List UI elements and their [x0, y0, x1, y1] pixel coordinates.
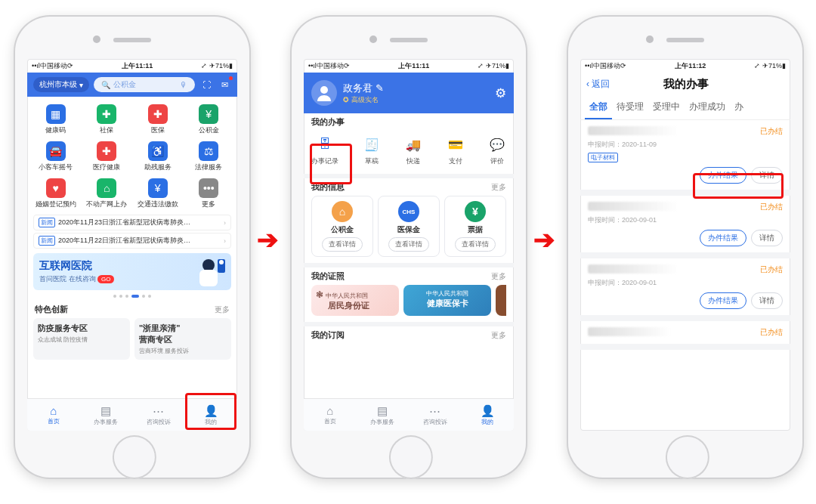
service-label: 医疗健康: [93, 162, 120, 172]
tab-2[interactable]: ⋯咨询投诉: [409, 399, 462, 431]
service-item[interactable]: ¥交通违法缴款: [132, 175, 184, 212]
special-cards: 防疫服务专区众志成城 防控疫情"浙里亲清" 营商专区营商环境 服务投诉: [27, 318, 237, 360]
tab-0[interactable]: ⌂首页: [27, 399, 80, 431]
detail-button[interactable]: 详情: [751, 292, 783, 309]
avatar[interactable]: [311, 80, 337, 106]
service-label: 更多: [202, 199, 215, 209]
id-card-more[interactable]: [496, 285, 506, 316]
screen-2: ••ıl 中国移动 ⟳ 上午11:11 ⤢ ✈︎ 71% ▮ 政务君 ✎ ✪ 高…: [304, 59, 514, 431]
tab-3[interactable]: 👤我的: [462, 399, 515, 431]
view-detail-button[interactable]: 查看详情: [455, 237, 496, 252]
info-title: 医保金: [397, 224, 420, 235]
detail-button[interactable]: 详情: [751, 167, 783, 184]
affair-icon: 💳: [447, 135, 465, 153]
info-card[interactable]: CHS医保金查看详情: [378, 196, 440, 257]
result-button[interactable]: 办件结果: [700, 292, 746, 309]
tab-1[interactable]: ▤办事服务: [80, 399, 133, 431]
service-item[interactable]: 🚘小客车摇号: [30, 138, 82, 175]
tab-2[interactable]: ⋯咨询投诉: [132, 399, 185, 431]
info-cards: ⌂公积金查看详情CHS医保金查看详情¥票据查看详情: [304, 196, 514, 263]
service-item[interactable]: ¥公积金: [184, 101, 235, 138]
result-button[interactable]: 办件结果: [700, 230, 746, 246]
scan-icon[interactable]: ⛶: [199, 78, 213, 91]
statusbar: ••ıl 中国移动 ⟳ 上午11:12 ⤢ ✈︎ 71% ▮: [580, 59, 790, 73]
info-icon: ¥: [465, 201, 486, 222]
tab-label: 首页: [48, 417, 60, 425]
filter-tab[interactable]: 受理中: [648, 96, 685, 119]
info-icon: CHS: [398, 201, 419, 222]
section-title: 我的订阅: [311, 329, 345, 341]
affair-item[interactable]: 🗄办事记录: [311, 135, 338, 166]
topbar: 杭州市本级▾ 🔍 公积金🎙 ⛶ ✉: [27, 73, 237, 97]
service-label: 健康码: [45, 125, 66, 135]
info-card[interactable]: ⌂公积金查看详情: [311, 196, 373, 257]
service-item[interactable]: ✚医疗健康: [82, 138, 133, 175]
service-item[interactable]: •••更多: [184, 175, 235, 212]
mail-icon[interactable]: ✉: [218, 78, 231, 91]
service-item[interactable]: ⚖法律服务: [184, 138, 235, 175]
section-title: 特色创新: [35, 304, 68, 315]
affair-item[interactable]: 💳支付: [447, 135, 465, 166]
promo-card[interactable]: "浙里亲清" 营商专区营商环境 服务投诉: [134, 318, 231, 360]
search-placeholder: 公积金: [113, 79, 136, 90]
service-item[interactable]: ✚医保: [132, 101, 184, 138]
news-text: 2020年11月22日浙江省新型冠状病毒肺炎…: [58, 236, 190, 246]
filter-tab[interactable]: 办理成功: [685, 96, 730, 119]
tab-3[interactable]: 👤我的: [185, 399, 238, 431]
banner-sub: 首问医院 在线咨询: [39, 275, 96, 283]
my-id-header: 我的证照更多: [304, 267, 514, 285]
carousel-dots: [27, 295, 237, 298]
affair-item[interactable]: 🚚快递: [404, 135, 422, 166]
tab-0[interactable]: ⌂首页: [304, 399, 357, 431]
location-picker[interactable]: 杭州市本级▾: [33, 77, 89, 92]
service-item[interactable]: ♥婚姻登记预约: [30, 175, 82, 212]
filter-tab[interactable]: 办: [730, 96, 748, 119]
my-sub-header: 我的订阅更多: [304, 326, 514, 344]
result-button[interactable]: 办件结果: [700, 167, 746, 184]
affair-item[interactable]: 🧾草稿: [363, 135, 381, 166]
more-link[interactable]: 更多: [491, 271, 506, 282]
news-list: 新闻2020年11月23日浙江省新型冠状病毒肺炎…›新闻2020年11月22日浙…: [27, 215, 237, 249]
filter-tab[interactable]: 全部: [585, 96, 612, 119]
svg-point-0: [202, 259, 215, 271]
gear-icon[interactable]: ⚙: [495, 85, 506, 101]
go-badge: GO: [97, 275, 114, 283]
more-link[interactable]: 更多: [215, 305, 230, 315]
tab-icon: 👤: [481, 404, 495, 418]
id-card-health[interactable]: 中华人民共和国健康医保卡: [403, 285, 491, 316]
clock-label: 上午11:11: [350, 61, 478, 71]
username-label: 政务君: [343, 82, 372, 94]
arrow-icon: ➔: [533, 224, 555, 255]
promo-card[interactable]: 防疫服务专区众志成城 防控疫情: [33, 318, 130, 360]
service-item[interactable]: ♿助残服务: [132, 138, 184, 175]
filter-tab[interactable]: 待受理: [612, 96, 648, 119]
record-status: 已办结: [760, 264, 783, 275]
tab-icon: ▤: [377, 404, 388, 418]
service-label: 助残服务: [144, 162, 172, 172]
affair-label: 草稿: [365, 156, 379, 166]
more-link[interactable]: 更多: [491, 330, 506, 341]
tab-1[interactable]: ▤办事服务: [357, 399, 410, 431]
hospital-banner[interactable]: 互联网医院 首问医院 在线咨询 GO: [33, 253, 231, 290]
service-item[interactable]: ▦健康码: [30, 101, 82, 138]
e-material-chip: 电子材料: [588, 153, 618, 162]
info-card[interactable]: ¥票据查看详情: [444, 196, 506, 257]
view-detail-button[interactable]: 查看详情: [388, 237, 429, 252]
news-item[interactable]: 新闻2020年11月23日浙江省新型冠状病毒肺炎…›: [33, 215, 231, 230]
id-card-resident[interactable]: ❃ 中华人民共和国居民身份证: [311, 285, 399, 316]
affair-label: 快递: [406, 156, 420, 166]
view-detail-button[interactable]: 查看详情: [322, 237, 363, 252]
battery-label: 71%: [215, 62, 229, 70]
affair-label: 评价: [490, 156, 504, 166]
navbar: ‹ 返回 我的办事: [580, 73, 790, 96]
detail-button[interactable]: 详情: [751, 230, 783, 246]
affair-item[interactable]: 💬评价: [488, 135, 506, 166]
more-link[interactable]: 更多: [491, 182, 506, 193]
tab-icon: ⋯: [153, 404, 164, 418]
search-input[interactable]: 🔍 公积金🎙: [94, 77, 195, 92]
service-item[interactable]: ⌂不动产网上办: [82, 175, 133, 212]
service-item[interactable]: ✚社保: [82, 101, 133, 138]
edit-icon[interactable]: ✎: [376, 82, 384, 94]
affair-label: 办事记录: [311, 156, 338, 166]
news-item[interactable]: 新闻2020年11月22日浙江省新型冠状病毒肺炎…›: [33, 233, 231, 249]
